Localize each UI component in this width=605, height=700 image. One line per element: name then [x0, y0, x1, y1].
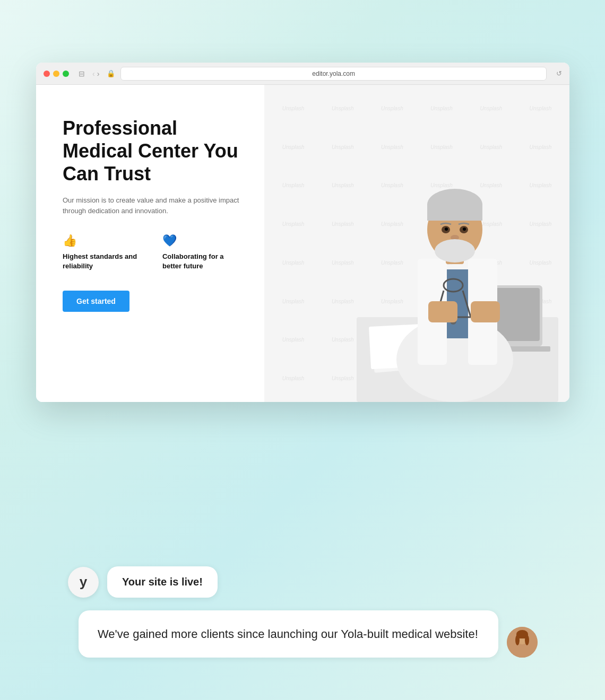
watermark: Unsplash: [269, 205, 318, 243]
chat-section: y Your site is live! We've gained more c…: [36, 566, 569, 658]
watermark: Unsplash: [367, 89, 417, 128]
yola-avatar-letter: y: [80, 574, 87, 590]
watermark: Unsplash: [318, 89, 367, 128]
svg-point-33: [525, 635, 529, 645]
svg-point-32: [515, 635, 520, 645]
feature1-label: Highest standards and reliability: [63, 252, 145, 271]
browser-chrome: ⊟ ‹ › 🔒 editor.yola.com ↺: [36, 63, 569, 85]
feature2-label: Collaborating for a better future: [162, 252, 243, 271]
watermark: Unsplash: [269, 89, 318, 128]
chat-message-2-text: We've gained more clients since launchin…: [98, 627, 478, 641]
yola-avatar: y: [68, 567, 99, 598]
watermark: Unsplash: [269, 128, 318, 167]
hero-title: Professional Medical Center You Can Trus…: [63, 117, 243, 186]
svg-rect-18: [427, 205, 482, 221]
get-started-button[interactable]: Get started: [63, 291, 129, 312]
user-avatar: [507, 627, 538, 658]
chat-row-1: y Your site is live!: [68, 566, 538, 598]
nav-arrows: ‹ ›: [92, 69, 99, 78]
left-panel: Professional Medical Center You Can Trus…: [36, 85, 264, 402]
watermark: Unsplash: [269, 243, 318, 282]
watermark: Unsplash: [516, 89, 565, 128]
watermark: Unsplash: [269, 321, 318, 360]
features-row: 👍 Highest standards and reliability 💙 Co…: [63, 234, 243, 271]
watermark: Unsplash: [269, 167, 318, 205]
security-icon: 🔒: [107, 69, 115, 77]
doctor-image: [357, 126, 558, 402]
svg-rect-25: [428, 301, 457, 322]
traffic-lights: [44, 71, 69, 77]
forward-arrow-icon[interactable]: ›: [97, 69, 100, 78]
svg-rect-26: [471, 301, 500, 322]
svg-point-21: [445, 228, 448, 231]
close-button-icon[interactable]: [44, 71, 50, 77]
watermark: Unsplash: [269, 359, 318, 398]
chat-bubble-1: Your site is live!: [107, 566, 218, 598]
svg-point-22: [463, 228, 466, 231]
refresh-icon[interactable]: ↺: [556, 69, 562, 77]
chat-row-2: We've gained more clients since launchin…: [68, 610, 538, 658]
address-bar[interactable]: editor.yola.com: [120, 67, 547, 81]
chat-messages: y Your site is live! We've gained more c…: [68, 566, 538, 658]
browser-window: ⊟ ‹ › 🔒 editor.yola.com ↺ Professional M…: [36, 63, 569, 402]
feature-item-standards: 👍 Highest standards and reliability: [63, 234, 145, 271]
hero-subtitle: Our mission is to create value and make …: [63, 195, 243, 217]
heart-icon: 💙: [162, 234, 243, 248]
watermark: Unsplash: [466, 89, 516, 128]
url-text: editor.yola.com: [312, 70, 355, 77]
website-content: Professional Medical Center You Can Trus…: [36, 85, 569, 402]
right-panel: Unsplash Unsplash Unsplash Unsplash Unsp…: [264, 85, 569, 402]
chat-bubble-2: We've gained more clients since launchin…: [79, 610, 498, 658]
maximize-button-icon[interactable]: [63, 71, 69, 77]
minimize-button-icon[interactable]: [53, 71, 59, 77]
thumbs-up-icon: 👍: [63, 234, 145, 248]
chat-message-1-text: Your site is live!: [122, 576, 203, 588]
watermark: Unsplash: [269, 282, 318, 321]
back-arrow-icon[interactable]: ‹: [92, 69, 95, 78]
watermark: Unsplash: [417, 89, 466, 128]
sidebar-icon[interactable]: ⊟: [79, 69, 85, 78]
feature-item-collaborate: 💙 Collaborating for a better future: [162, 234, 243, 271]
svg-point-24: [435, 239, 475, 262]
